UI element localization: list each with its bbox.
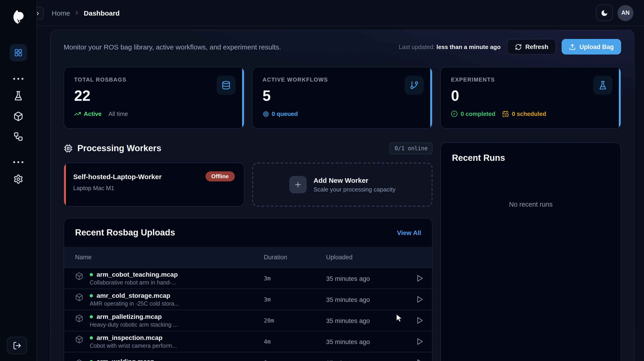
status-dot — [90, 273, 93, 276]
recent-uploads-card: Recent Rosbag Uploads View All Name Dura… — [64, 218, 433, 361]
refresh-button[interactable]: Refresh — [507, 39, 556, 55]
sidebar-item-experiments[interactable] — [0, 91, 36, 101]
file-duration: 4m — [264, 338, 326, 345]
refresh-icon — [515, 43, 522, 50]
mouse-cursor — [394, 313, 404, 323]
topbar: Home Dashboard AN — [36, 0, 644, 26]
table-row[interactable]: arm_cobot_teaching.mcap Collaborative ro… — [64, 267, 432, 289]
add-worker-subtitle: Scale your processing capacity — [314, 186, 396, 193]
file-description: Heavy-duty robotic arm stacking ... — [90, 322, 178, 328]
recent-runs-empty: No recent runs — [452, 201, 610, 208]
table-row[interactable]: amr_cold_storage.mcap AMR operating in -… — [64, 289, 432, 310]
ellipsis-icon — [13, 161, 23, 163]
breadcrumb-home[interactable]: Home — [52, 9, 70, 17]
git-branch-icon — [410, 81, 419, 90]
breadcrumb: Home Dashboard — [52, 9, 120, 17]
status-dot — [90, 336, 93, 339]
stat-value: 0 — [451, 88, 610, 105]
stat-completed: 0 completed — [451, 110, 496, 117]
worker-status-badge: Offline — [205, 171, 234, 181]
file-duration: 20m — [264, 317, 326, 324]
chevron-right-icon — [74, 10, 80, 16]
file-description: Cobot with wrist camera perform... — [90, 343, 177, 349]
stat-card-active-workflows: ACTIVE WORKFLOWS 5 0 queued — [252, 67, 432, 129]
status-dot — [90, 294, 93, 297]
flask-icon — [598, 81, 608, 90]
app-window: Home Dashboard AN Monitor your ROS bag l… — [0, 0, 644, 361]
recent-runs-card: Recent Runs No recent runs — [440, 143, 621, 361]
column-name: Name — [75, 254, 264, 261]
cpu-icon — [262, 111, 269, 117]
sidebar-ellipsis-top[interactable] — [0, 78, 36, 80]
last-updated: Last updated: less than a minute ago — [399, 43, 500, 50]
recent-runs-title: Recent Runs — [452, 153, 610, 163]
plus-icon — [294, 181, 302, 189]
stat-period: All time — [108, 110, 128, 117]
logout-icon — [12, 341, 21, 350]
cpu-icon — [64, 144, 73, 153]
file-duration: 3m — [264, 275, 326, 282]
sidebar-item-rosbags[interactable] — [0, 111, 36, 121]
file-uploaded: 35 minutes ago — [326, 275, 407, 282]
breadcrumb-current: Dashboard — [84, 9, 120, 17]
stat-card-experiments: EXPERIMENTS 0 0 completed — [440, 67, 621, 129]
trending-up-icon — [74, 110, 81, 117]
table-row[interactable]: arm_inspection.mcap Cobot with wrist cam… — [64, 331, 432, 352]
package-icon — [75, 314, 83, 322]
play-button[interactable] — [407, 295, 432, 304]
stat-label: ACTIVE WORKFLOWS — [262, 77, 422, 83]
play-button[interactable] — [407, 316, 432, 325]
file-uploaded: 35 minutes ago — [326, 359, 407, 361]
play-button[interactable] — [407, 274, 432, 283]
app-logo — [0, 10, 36, 24]
calendar-clock-icon — [502, 110, 509, 117]
view-all-link[interactable]: View All — [397, 229, 421, 236]
page-description: Monitor your ROS bag library, active wor… — [64, 43, 281, 51]
worker-card[interactable]: Self-hosted-Laptop-Worker Offline Laptop… — [64, 163, 244, 207]
status-dot — [90, 360, 93, 361]
sidebar-item-dashboard[interactable] — [10, 44, 27, 61]
workers-online-badge: 0/1 online — [390, 143, 433, 154]
brand-icon — [12, 10, 24, 24]
stat-queued: 0 queued — [262, 110, 298, 117]
dashboard-grid-icon — [14, 48, 23, 57]
theme-toggle-button[interactable] — [596, 5, 613, 21]
file-name: arm_palletizing.mcap — [96, 313, 162, 320]
package-icon — [75, 335, 83, 343]
stat-label: TOTAL ROSBAGS — [74, 77, 234, 83]
stat-trend: Active — [74, 110, 102, 117]
play-button[interactable] — [407, 337, 432, 346]
play-button[interactable] — [407, 358, 432, 361]
logout-button[interactable] — [7, 337, 27, 354]
flask-icon — [13, 91, 23, 101]
sidebar — [0, 0, 37, 361]
user-avatar[interactable]: AN — [618, 5, 634, 21]
workflow-icon — [13, 132, 23, 142]
sidebar-ellipsis-bottom[interactable] — [0, 161, 36, 163]
worker-name: Self-hosted-Laptop-Worker — [73, 172, 162, 180]
table-row[interactable]: arm_welding.mcap 8m 35 minutes ago — [64, 352, 432, 361]
last-updated-value: less than a minute ago — [436, 43, 500, 50]
page-header: Monitor your ROS bag library, active wor… — [64, 38, 621, 56]
add-worker-card[interactable]: Add New Worker Scale your processing cap… — [252, 163, 432, 207]
plus-iconbox — [289, 176, 307, 193]
add-worker-title: Add New Worker — [314, 176, 396, 184]
file-description: Collaborative robot arm in hand-... — [90, 279, 178, 286]
package-icon — [75, 272, 83, 280]
table-row[interactable]: arm_palletizing.mcap Heavy-duty robotic … — [64, 310, 432, 331]
sidebar-item-settings[interactable] — [0, 174, 36, 184]
stat-value: 22 — [74, 88, 234, 105]
file-name: arm_inspection.mcap — [96, 334, 162, 341]
file-duration: 3m — [264, 296, 326, 303]
worker-description: Laptop Mac M1 — [73, 185, 234, 191]
stat-label: EXPERIMENTS — [451, 77, 610, 83]
ellipsis-icon — [13, 78, 23, 80]
status-dot — [90, 315, 93, 318]
moon-icon — [600, 9, 608, 17]
stat-iconbox — [593, 76, 612, 95]
sidebar-item-workflows[interactable] — [0, 132, 36, 142]
upload-bag-button[interactable]: Upload Bag — [562, 39, 621, 55]
file-name: arm_cobot_teaching.mcap — [96, 271, 178, 278]
stat-scheduled: 0 scheduled — [502, 110, 546, 117]
stat-iconbox — [216, 76, 236, 95]
